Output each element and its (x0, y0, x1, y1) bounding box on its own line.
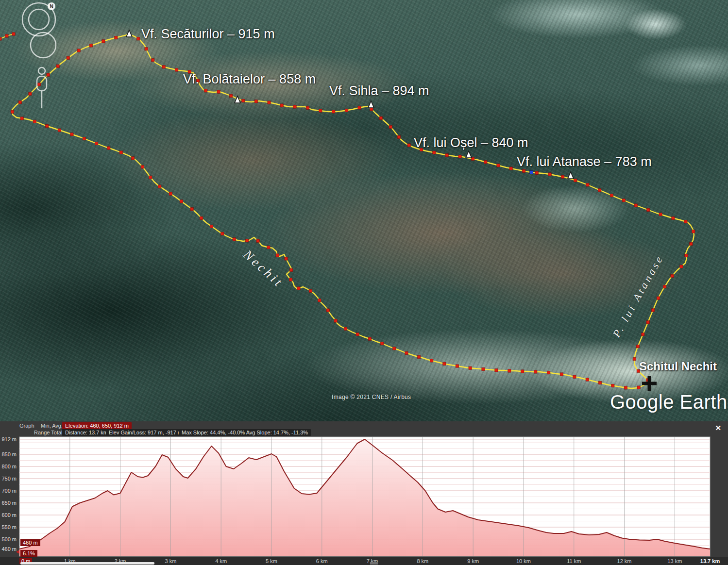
route-waypoint-marker (344, 327, 347, 330)
map-3d-view[interactable]: Vf. Secăturilor – 915 mVf. Bolătaielor –… (0, 0, 728, 421)
route-waypoint-marker (509, 167, 512, 170)
route-waypoint-marker (256, 239, 259, 242)
route-waypoint-marker (637, 386, 640, 389)
route-waypoint-marker (622, 199, 625, 201)
route-waypoint-marker (458, 155, 461, 158)
route-waypoint-marker (162, 66, 165, 68)
route-waypoint-marker (107, 147, 110, 150)
route-blue-marker (530, 171, 533, 174)
zoom-knob[interactable] (38, 67, 45, 74)
close-icon[interactable]: ✕ (715, 424, 721, 432)
navigation-controls[interactable]: N (0, 0, 58, 112)
route-waypoint-marker (326, 309, 329, 312)
x-tick-label: 11 km (567, 558, 581, 564)
y-tick-label: 750 m (1, 476, 17, 482)
route-waypoint-marker (83, 137, 85, 140)
route-waypoint-marker (345, 109, 348, 112)
route-waypoint-marker (233, 238, 236, 241)
route-waypoint-marker (379, 116, 382, 119)
google-earth-window: Vf. Secăturilor – 915 mVf. Bolătaielor –… (0, 0, 728, 565)
route-waypoint-marker (221, 232, 224, 235)
route-waypoint-marker (358, 106, 361, 109)
route-waypoint-marker (268, 101, 271, 104)
route-waypoint-marker (267, 246, 270, 249)
x-tick-label: 10 km (516, 558, 531, 564)
route-waypoint-marker (309, 289, 312, 292)
x-tick-label: 5 km (266, 558, 277, 564)
route-waypoint-marker (611, 384, 614, 387)
route-waypoint-marker (306, 106, 309, 109)
route-waypoint-marker (175, 68, 178, 71)
route-waypoint-marker (180, 200, 183, 203)
y-tick-label: 600 m (1, 512, 17, 518)
route-waypoint-marker (456, 365, 458, 367)
route-waypoint-marker (289, 268, 292, 271)
start-slope-badge: 6.1% (20, 550, 37, 557)
route-waypoint-marker (70, 133, 73, 135)
route-waypoint-marker (610, 194, 613, 197)
route-waypoint-marker (245, 239, 248, 242)
start-elevation-badge: 460 m (20, 539, 40, 546)
peak-label: Vf. Bolătaielor – 858 m (183, 72, 316, 87)
route-waypoint-marker (217, 90, 220, 93)
zoom-slider[interactable] (37, 76, 47, 91)
y-tick-label: 912 m (1, 436, 17, 442)
route-waypoint-marker (445, 153, 448, 156)
elevation-chart-svg[interactable] (0, 421, 728, 565)
route-waypoint-marker (318, 299, 321, 301)
route-waypoint-marker (285, 257, 288, 260)
route-waypoint-marker (598, 188, 601, 191)
route-waypoint-marker (276, 254, 279, 257)
route-waypoint-marker (190, 207, 193, 210)
route-waypoint-marker (586, 378, 589, 381)
route-waypoint-marker (684, 220, 687, 223)
route-waypoint-marker (443, 362, 446, 365)
summit-triangle-icon (368, 101, 374, 108)
route-waypoint-marker (204, 89, 207, 92)
route-waypoint-marker (380, 342, 383, 345)
route-overlay (0, 0, 728, 421)
route-waypoint-marker (119, 151, 122, 154)
route-waypoint-marker (522, 169, 525, 172)
route-waypoint-marker (535, 171, 538, 174)
route-waypoint-marker (430, 359, 433, 362)
cross-marker-icon (648, 376, 651, 391)
route-waypoint-marker (210, 225, 213, 228)
route-waypoint-marker (131, 157, 134, 160)
scrollbar-thumb[interactable] (20, 562, 154, 565)
google-earth-logo: Google Earth (610, 391, 728, 413)
x-tick-label: 3 km (165, 558, 176, 564)
y-tick-label: 850 m (1, 451, 17, 457)
route-waypoint-marker (659, 213, 662, 216)
route-waypoint-marker (145, 47, 148, 50)
move-joystick[interactable] (31, 33, 56, 58)
elevation-chart[interactable]: 912 m850 m800 m750 m700 m650 m600 m550 m… (0, 421, 728, 565)
route-waypoint-marker (663, 285, 666, 288)
route-waypoint-marker (469, 366, 472, 369)
look-joystick[interactable] (29, 9, 49, 30)
route-waypoint-marker (560, 373, 563, 376)
route-waypoint-marker (497, 164, 500, 167)
y-tick-label: 700 m (1, 488, 17, 494)
route-waypoint-marker (598, 381, 601, 384)
route-waypoint-marker (574, 179, 576, 182)
route-waypoint-marker (680, 265, 683, 268)
route-waypoint-marker (482, 367, 485, 370)
y-tick-label: 500 m (1, 536, 17, 542)
compass-north-badge[interactable]: N (48, 2, 55, 10)
x-tick-label: 4 km (215, 558, 227, 564)
summit-triangle-icon (126, 30, 132, 37)
route-waypoint-marker (417, 355, 420, 358)
route-waypoint-marker (89, 44, 92, 47)
route-waypoint-marker (241, 99, 244, 102)
peak-label: Vf. Sihla – 894 m (329, 83, 429, 99)
x-tick-label: 13.7 km (700, 558, 720, 564)
route-waypoint-marker (405, 351, 408, 354)
place-label-schitul-nechit: Schitul Nechit (639, 360, 717, 373)
route-waypoint-marker (646, 321, 649, 324)
route-waypoint-marker (484, 161, 487, 164)
route-waypoint-marker (58, 129, 61, 132)
route-waypoint-marker (657, 297, 660, 299)
route-waypoint-marker (495, 369, 498, 372)
scrollbar-notch[interactable] (370, 562, 378, 565)
